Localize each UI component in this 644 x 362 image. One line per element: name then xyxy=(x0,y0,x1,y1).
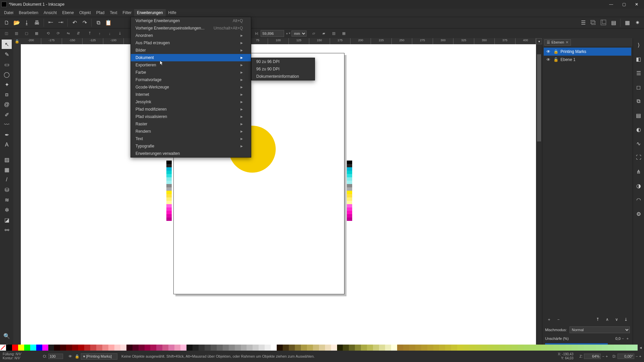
import-button[interactable]: ⭰ xyxy=(46,18,55,27)
layer-up-button[interactable]: ∧ xyxy=(603,316,611,323)
menu-item-dokumenteninformation[interactable]: Dokumenteninformation xyxy=(252,73,325,80)
layer-visible-icon[interactable]: 👁 xyxy=(68,354,72,358)
menu-item-typografie[interactable]: Typografie▶ xyxy=(131,142,251,150)
menu-item-jessyink[interactable]: JessyInk▶ xyxy=(131,98,251,106)
color-swatch[interactable] xyxy=(66,345,72,351)
color-swatch[interactable] xyxy=(54,345,60,351)
star-tool[interactable]: ✦ xyxy=(2,80,12,89)
align-dist-icon[interactable]: ▤ xyxy=(634,111,643,120)
color-swatch[interactable] xyxy=(289,345,295,351)
open-button[interactable]: 📂 xyxy=(12,18,21,27)
color-swatch[interactable] xyxy=(481,345,487,351)
color-swatch[interactable] xyxy=(211,345,217,351)
color-swatch[interactable] xyxy=(475,345,481,351)
rotation-input[interactable] xyxy=(618,354,634,359)
menu-item-aus-pfad-erzeugen[interactable]: Aus Pfad erzeugen▶ xyxy=(131,39,251,47)
color-swatch[interactable] xyxy=(596,345,602,351)
color-swatch[interactable] xyxy=(343,345,349,351)
rotate-ccw-icon[interactable]: ⟲ xyxy=(44,29,52,38)
menu-item-dokument[interactable]: Dokument▶ xyxy=(131,54,251,61)
color-swatch[interactable] xyxy=(18,345,24,351)
paste-button[interactable]: 📋 xyxy=(104,18,113,27)
path-effects-icon[interactable]: ∿ xyxy=(634,139,643,148)
color-swatch[interactable] xyxy=(139,345,145,351)
dropper-tool[interactable]: / xyxy=(2,175,12,184)
color-swatch[interactable] xyxy=(355,345,361,351)
flip-v-icon[interactable]: ⇵ xyxy=(74,29,83,38)
color-swatch[interactable] xyxy=(205,345,211,351)
color-swatch[interactable] xyxy=(253,345,259,351)
color-swatch[interactable] xyxy=(602,345,608,351)
color-swatch[interactable] xyxy=(547,345,553,351)
color-swatch[interactable] xyxy=(379,345,385,351)
menu-item-farbe[interactable]: Farbe▶ xyxy=(131,69,251,76)
color-swatch[interactable] xyxy=(193,345,199,351)
height-input[interactable] xyxy=(261,30,284,37)
ruler-lock-icon[interactable]: 🔒 xyxy=(13,38,21,44)
raise-icon[interactable]: ↑ xyxy=(95,29,104,38)
color-swatch[interactable] xyxy=(512,345,518,351)
menu-item-text[interactable]: Text▶ xyxy=(131,135,251,142)
color-swatch[interactable] xyxy=(530,345,536,351)
color-swatch[interactable] xyxy=(156,345,162,351)
color-swatch[interactable] xyxy=(102,345,108,351)
menu-item-vorherige-erweiterungseinstellungen-[interactable]: Vorherige Erweiterungseinstellungen...Um… xyxy=(131,24,251,32)
rot-plus-button[interactable]: + xyxy=(639,354,641,358)
color-swatch[interactable] xyxy=(217,345,223,351)
menu-ansicht[interactable]: Ansicht xyxy=(41,9,59,16)
palette-scroll-button[interactable]: ◂ xyxy=(638,345,644,351)
color-swatch[interactable] xyxy=(608,345,614,351)
color-swatch[interactable] xyxy=(36,345,42,351)
no-color-swatch[interactable] xyxy=(0,345,6,351)
layer-bottom-button[interactable]: ⤓ xyxy=(622,316,630,323)
doc-props-icon[interactable]: ⚙ xyxy=(634,209,643,219)
color-swatch[interactable] xyxy=(349,345,355,351)
scale-corners-icon[interactable]: ▰ xyxy=(319,29,328,38)
gradient-tool[interactable]: ▨ xyxy=(2,155,12,164)
deselect-icon[interactable]: ▢ xyxy=(22,29,31,38)
color-swatch[interactable] xyxy=(277,345,283,351)
color-swatch[interactable] xyxy=(578,345,584,351)
color-swatch[interactable] xyxy=(108,345,114,351)
print-button[interactable]: 🖶 xyxy=(32,18,42,27)
color-palette[interactable]: ◂ xyxy=(0,345,644,351)
color-swatch[interactable] xyxy=(427,345,433,351)
eye-icon[interactable]: 👁 xyxy=(546,49,551,54)
color-swatch[interactable] xyxy=(150,345,156,351)
transform-icon[interactable]: ◐ xyxy=(634,125,643,134)
select-all-layers-icon[interactable]: ◫ xyxy=(2,29,11,38)
menu-item-internet[interactable]: Internet▶ xyxy=(131,91,251,98)
color-swatch[interactable] xyxy=(499,345,505,351)
tweak-tool[interactable]: ≋ xyxy=(2,195,12,204)
color-swatch[interactable] xyxy=(361,345,367,351)
menu-item-pfad-modifizieren[interactable]: Pfad modifizieren▶ xyxy=(131,106,251,113)
color-swatch[interactable] xyxy=(313,345,319,351)
layer-down-button[interactable]: ∨ xyxy=(612,316,621,323)
color-swatch[interactable] xyxy=(96,345,102,351)
new-doc-button[interactable]: 🗋 xyxy=(2,18,11,27)
vertical-scrollbar[interactable] xyxy=(536,44,542,345)
ruler-toggle-button[interactable]: ▾ xyxy=(536,38,542,44)
color-swatch[interactable] xyxy=(535,345,541,351)
layer-row[interactable]: 👁🔒Printing Marks xyxy=(544,48,631,56)
menu-item-gcode-werkzeuge[interactable]: Gcode-Werkzeuge▶ xyxy=(131,83,251,91)
blur-minus-button[interactable]: − xyxy=(621,337,625,341)
layers-tab[interactable]: ☰ Ebenen ✕ xyxy=(544,39,571,46)
remove-layer-button[interactable]: － xyxy=(554,316,562,323)
vertical-ruler[interactable] xyxy=(13,44,21,345)
color-swatch[interactable] xyxy=(469,345,475,351)
color-swatch[interactable] xyxy=(295,345,301,351)
color-swatch[interactable] xyxy=(415,345,421,351)
flip-h-icon[interactable]: ⇋ xyxy=(64,29,72,38)
expand-dock-icon[interactable]: ⟩ xyxy=(634,40,643,50)
selector-tool[interactable]: ↖ xyxy=(2,40,12,49)
calligraphy-tool[interactable]: ✒ xyxy=(2,130,12,139)
lower-bottom-icon[interactable]: ⤓ xyxy=(115,29,124,38)
menu-ebene[interactable]: Ebene xyxy=(59,9,76,16)
layer-lock-icon[interactable]: 🔒 xyxy=(75,354,79,359)
color-swatch[interactable] xyxy=(439,345,445,351)
color-swatch[interactable] xyxy=(572,345,578,351)
align-button[interactable]: ▦ xyxy=(623,18,632,27)
color-swatch[interactable] xyxy=(114,345,120,351)
color-swatch[interactable] xyxy=(247,345,253,351)
